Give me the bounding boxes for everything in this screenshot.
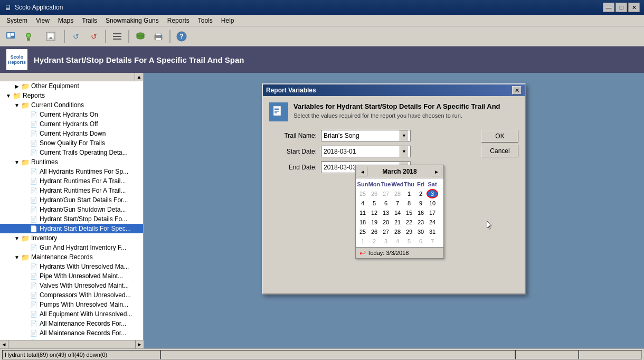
menu-reports[interactable]: Reports	[163, 16, 194, 25]
cal-day-15[interactable]: 15	[403, 208, 415, 217]
trail-dropdown-arrow[interactable]: ▼	[400, 130, 408, 141]
hscroll-left[interactable]: ◄	[0, 340, 8, 349]
cal-day-14[interactable]: 14	[392, 208, 403, 217]
menu-system[interactable]: System	[2, 16, 32, 25]
cal-day-6-next[interactable]: 6	[415, 236, 427, 246]
calendar-next-button[interactable]: ►	[432, 167, 441, 176]
sidebar-item-hydrants-unresolved[interactable]: 📄 Hydrants With Unresolved Ma...	[0, 262, 143, 271]
cal-day-19[interactable]: 19	[368, 217, 380, 227]
sidebar-item-inventory[interactable]: ▼ 📁 Inventory	[0, 233, 143, 243]
calendar-today-bar[interactable]: ↩ Today: 3/3/2018	[356, 247, 443, 258]
help-button[interactable]: ?	[173, 29, 190, 44]
cal-day-22[interactable]: 22	[403, 217, 415, 227]
print-button[interactable]	[150, 29, 167, 44]
sidebar-item-all-equipment[interactable]: 📄 All Equipment With Unresolved...	[0, 309, 143, 319]
toolbar-btn-1[interactable]	[2, 29, 19, 44]
sidebar-item-all-maint-2[interactable]: 📄 All Maintenance Records For...	[0, 328, 143, 338]
sidebar-item-hydrant-runtime-trail2[interactable]: 📄 Hydrant Runtimes For A Trail...	[0, 186, 143, 195]
cal-day-1-next[interactable]: 1	[357, 236, 368, 246]
menu-trails[interactable]: Trails	[78, 16, 101, 25]
cal-day-23[interactable]: 23	[415, 217, 427, 227]
calendar-prev-button[interactable]: ◄	[358, 167, 367, 176]
menu-help[interactable]: Help	[217, 16, 239, 25]
sidebar-item-pumps-unresolved[interactable]: 📄 Pumps With Unresolved Main...	[0, 300, 143, 309]
cal-day-21[interactable]: 21	[392, 217, 403, 227]
sidebar-item-runtimes[interactable]: ▼ 📁 Runtimes	[0, 157, 143, 167]
cal-day-3-selected[interactable]: 3	[427, 189, 438, 198]
cal-day-28[interactable]: 28	[392, 227, 403, 236]
toolbar-btn-list[interactable]	[109, 29, 126, 44]
cal-day-5-next[interactable]: 5	[403, 236, 415, 246]
sidebar-item-hydrant-startstop[interactable]: 📄 Hydrant Start/Stop Details Fo...	[0, 214, 143, 224]
sidebar-item-current-trails[interactable]: 📄 Current Trails Operating Deta...	[0, 148, 143, 157]
cal-day-27-prev[interactable]: 27	[380, 189, 392, 198]
toolbar-btn-3[interactable]: ≡	[42, 29, 59, 44]
cal-day-8[interactable]: 8	[403, 198, 415, 208]
minimize-button[interactable]: —	[603, 3, 614, 12]
sidebar-item-all-hydrants[interactable]: 📄 All Hydrants Runtimes For Sp...	[0, 167, 143, 176]
cal-day-27[interactable]: 27	[380, 227, 392, 236]
hscroll-right[interactable]: ►	[135, 340, 144, 349]
cal-day-4[interactable]: 4	[357, 198, 368, 208]
cal-day-1[interactable]: 1	[403, 189, 415, 198]
cal-day-17[interactable]: 17	[427, 208, 438, 217]
cal-day-5[interactable]: 5	[368, 198, 380, 208]
cal-day-29[interactable]: 29	[403, 227, 415, 236]
cal-day-25-prev[interactable]: 25	[357, 189, 368, 198]
toolbar-btn-2[interactable]	[20, 29, 37, 44]
sidebar-item-hydrants-off[interactable]: 📄 Current Hydrants Off	[0, 119, 143, 129]
menu-tools[interactable]: Tools	[194, 16, 217, 25]
cal-day-6[interactable]: 6	[380, 198, 392, 208]
cancel-button[interactable]: Cancel	[481, 145, 518, 157]
sidebar-item-current-conditions[interactable]: ▼ 📁 Current Conditions	[0, 100, 143, 110]
sidebar-item-hydrants-down[interactable]: 📄 Current Hydrants Down	[0, 129, 143, 138]
sidebar-item-hydrants-on[interactable]: 📄 Current Hydrants On	[0, 110, 143, 119]
sidebar-item-pipe-unresolved[interactable]: 📄 Pipe With Unresolved Maint...	[0, 271, 143, 281]
cal-day-26[interactable]: 26	[368, 227, 380, 236]
cal-day-13[interactable]: 13	[380, 208, 392, 217]
refresh-button-1[interactable]: ↺	[68, 29, 84, 44]
sidebar-item-other-equipment[interactable]: ▶ 📁 Other Equipment	[0, 81, 143, 91]
start-date-arrow[interactable]: ▼	[400, 146, 408, 157]
sidebar-item-hydrant-start-details[interactable]: 📄 Hydrant Start Details For Spec...	[0, 224, 143, 233]
ok-button[interactable]: OK	[481, 130, 518, 143]
cal-day-20[interactable]: 20	[380, 217, 392, 227]
cal-day-3-next[interactable]: 3	[380, 236, 392, 246]
trail-name-dropdown[interactable]: Brian's Song ▼	[321, 130, 411, 141]
sidebar-item-reports[interactable]: ▼ 📁 Reports	[0, 91, 143, 100]
maximize-button[interactable]: □	[615, 3, 627, 12]
cal-day-2-next[interactable]: 2	[368, 236, 380, 246]
sidebar-item-snow-quality[interactable]: 📄 Snow Quality For Trails	[0, 138, 143, 148]
sidebar-item-hydrant-runtime-trail[interactable]: 📄 Hydrant Runtimes For A Trail...	[0, 176, 143, 186]
toolbar-btn-db[interactable]	[132, 29, 149, 44]
cal-day-2[interactable]: 2	[415, 189, 427, 198]
close-button[interactable]: ✕	[628, 3, 640, 12]
cal-day-30[interactable]: 30	[415, 227, 427, 236]
cal-day-25[interactable]: 25	[357, 227, 368, 236]
cal-day-12[interactable]: 12	[368, 208, 380, 217]
sidebar-item-maintenance[interactable]: ▼ 📁 Maintenance Records	[0, 252, 143, 262]
cal-day-9[interactable]: 9	[415, 198, 427, 208]
menu-view[interactable]: View	[32, 16, 54, 25]
sidebar-item-hydrant-gun-start[interactable]: 📄 Hydrant/Gun Start Details For...	[0, 195, 143, 205]
sidebar-item-compressors-unresolved[interactable]: 📄 Compressors With Unresolved...	[0, 290, 143, 300]
sidebar-item-gun-hydrant[interactable]: 📄 Gun And Hydrant Inventory F...	[0, 243, 143, 252]
cal-day-10[interactable]: 10	[427, 198, 438, 208]
cal-day-24[interactable]: 24	[427, 217, 438, 227]
cal-day-7-next[interactable]: 7	[427, 236, 438, 246]
start-date-dropdown[interactable]: 2018-03-01 ▼	[321, 146, 411, 157]
cal-day-31[interactable]: 31	[427, 227, 438, 236]
menu-snowmaking[interactable]: Snowmaking Guns	[101, 16, 163, 25]
sidebar-item-valves-unresolved[interactable]: 📄 Valves With Unresolved Maint...	[0, 281, 143, 290]
cal-day-26-prev[interactable]: 26	[368, 189, 380, 198]
sidebar-item-hydrant-gun-shutdown[interactable]: 📄 Hydrant/Gun Shutdown Deta...	[0, 205, 143, 214]
refresh-button-2[interactable]: ↺	[86, 29, 102, 44]
sidebar-scroll-up[interactable]: ▲	[135, 73, 143, 81]
cal-day-4-next[interactable]: 4	[392, 236, 403, 246]
cal-day-11[interactable]: 11	[357, 208, 368, 217]
cal-day-16[interactable]: 16	[415, 208, 427, 217]
sidebar-item-all-maint-1[interactable]: 📄 All Maintenance Records For...	[0, 319, 143, 328]
cal-day-7[interactable]: 7	[392, 198, 403, 208]
cal-day-28-prev[interactable]: 28	[392, 189, 403, 198]
dialog-close-button[interactable]: ✕	[512, 86, 522, 94]
